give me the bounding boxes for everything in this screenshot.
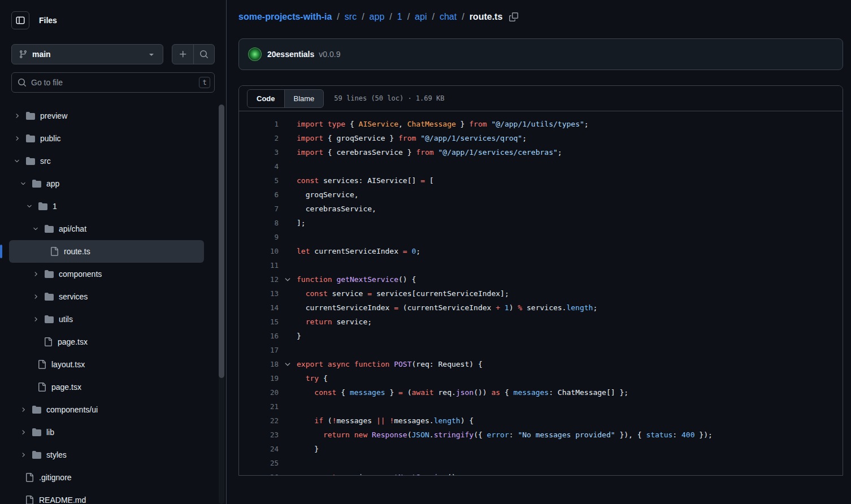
tree-item-label: 1 (53, 202, 57, 211)
line-number[interactable]: 1 (239, 120, 279, 128)
code-line: 23 return new Response(JSON.stringify({ … (239, 428, 843, 442)
chevron-right-icon (32, 271, 39, 277)
line-number[interactable]: 18 (239, 360, 279, 368)
copy-path-button[interactable] (509, 12, 518, 21)
line-number[interactable]: 7 (239, 205, 279, 213)
tree-item-lib[interactable]: lib (9, 421, 204, 444)
line-number[interactable]: 11 (239, 261, 279, 270)
add-file-button[interactable] (172, 45, 193, 64)
line-number[interactable]: 25 (239, 459, 279, 467)
sidebar-header: Files (0, 11, 226, 29)
code-line: 17 (239, 343, 843, 357)
tree-item-preview[interactable]: preview (9, 105, 204, 127)
chevron-down-icon (26, 203, 33, 210)
code-body: 1import type { AIService, ChatMessage } … (239, 111, 843, 476)
tree-item-public[interactable]: public (9, 127, 204, 150)
code-line-text: } (297, 332, 301, 340)
code-line: 16} (239, 329, 843, 343)
fold-toggle[interactable] (279, 276, 297, 284)
commit-author[interactable]: 20essentials (267, 50, 314, 59)
line-number[interactable]: 15 (239, 318, 279, 326)
breadcrumb-segment-app[interactable]: app (370, 12, 385, 22)
code-line-text: try { (297, 374, 328, 383)
line-number[interactable]: 21 (239, 402, 279, 411)
breadcrumb-segment-chat[interactable]: chat (440, 12, 457, 22)
tree-item-route-ts[interactable]: route.ts (9, 240, 204, 263)
line-number[interactable]: 24 (239, 445, 279, 453)
tree-item-page-tsx[interactable]: page.tsx (9, 376, 204, 398)
tree-item-api-chat[interactable]: api/chat (9, 218, 204, 240)
line-number[interactable]: 9 (239, 233, 279, 241)
collapse-file-tree-button[interactable] (11, 11, 29, 29)
code-line: 15 return service; (239, 315, 843, 329)
tree-item-readme-md[interactable]: README.md (9, 489, 204, 504)
line-number[interactable]: 8 (239, 219, 279, 227)
line-number[interactable]: 6 (239, 190, 279, 199)
code-line-text: const services: AIService[] = [ (297, 176, 434, 185)
tree-item-layout-tsx[interactable]: layout.tsx (9, 353, 204, 376)
tree-item-label: lib (46, 428, 54, 437)
sidebar-scrollbar-thumb[interactable] (219, 105, 224, 378)
line-number[interactable]: 19 (239, 374, 279, 383)
line-number[interactable]: 23 (239, 431, 279, 439)
code-line: 4 (239, 159, 843, 173)
code-line-text: let currentServiceIndex = 0; (297, 247, 420, 255)
tree-item-label: styles (46, 450, 67, 459)
tree-item-label: preview (40, 111, 67, 120)
tree-item-utils[interactable]: utils (9, 308, 204, 331)
tree-item-styles[interactable]: styles (9, 444, 204, 466)
line-number[interactable]: 22 (239, 416, 279, 425)
code-line: 10let currentServiceIndex = 0; (239, 244, 843, 258)
line-number[interactable]: 3 (239, 148, 279, 157)
breadcrumb-separator: / (337, 12, 339, 22)
breadcrumb: some-projects-with-ia/src/app/1/api/chat… (238, 10, 843, 24)
code-line: 22 if (!messages || !messages.length) { (239, 414, 843, 428)
breadcrumb-current-file: route.ts (470, 12, 503, 22)
tree-item-components[interactable]: components (9, 263, 204, 285)
branch-selector[interactable]: main (11, 44, 163, 64)
tree-item-components-ui[interactable]: components/ui (9, 398, 204, 421)
breadcrumb-segment-1[interactable]: 1 (397, 12, 402, 22)
breadcrumb-repo-link[interactable]: some-projects-with-ia (238, 12, 332, 22)
sidebar-scrollbar-track[interactable] (219, 105, 224, 504)
tree-item-label: utils (59, 315, 73, 324)
line-number[interactable]: 20 (239, 388, 279, 397)
tree-item-src[interactable]: src (9, 150, 204, 172)
code-line-text: return new Response(JSON.stringify({ err… (297, 431, 713, 439)
tab-blame[interactable]: Blame (285, 90, 324, 107)
breadcrumb-segment-src[interactable]: src (345, 12, 357, 22)
tab-code[interactable]: Code (248, 90, 285, 107)
breadcrumb-separator: / (432, 12, 434, 22)
line-number[interactable]: 17 (239, 346, 279, 354)
line-number[interactable]: 10 (239, 247, 279, 255)
tree-item-label: .gitignore (39, 473, 72, 482)
tree-item-label: page.tsx (51, 383, 81, 392)
line-number[interactable]: 2 (239, 134, 279, 142)
line-number[interactable]: 4 (239, 162, 279, 171)
commit-author-avatar[interactable] (248, 47, 262, 61)
tree-item-1[interactable]: 1 (9, 195, 204, 218)
line-number[interactable]: 16 (239, 332, 279, 340)
line-number[interactable]: 5 (239, 176, 279, 185)
breadcrumb-separator: / (407, 12, 410, 22)
file-icon (25, 496, 34, 504)
breadcrumb-separator: / (462, 12, 464, 22)
line-number[interactable]: 26 (239, 473, 279, 476)
line-number[interactable]: 13 (239, 289, 279, 298)
search-repository-button[interactable] (193, 45, 214, 64)
commit-message[interactable]: v0.0.9 (319, 50, 340, 59)
file-icon (50, 247, 59, 256)
line-number[interactable]: 12 (239, 275, 279, 284)
go-to-file-input[interactable] (11, 72, 215, 93)
code-blame-tab-group: Code Blame (247, 89, 324, 108)
tree-item-app[interactable]: app (9, 172, 204, 195)
code-line: 6 groqService, (239, 188, 843, 202)
tree-item--gitignore[interactable]: .gitignore (9, 466, 204, 489)
fold-toggle[interactable] (279, 360, 297, 368)
tree-item-page-tsx[interactable]: page.tsx (9, 331, 204, 353)
breadcrumb-segment-api[interactable]: api (415, 12, 427, 22)
chevron-down-icon (14, 158, 20, 164)
tree-item-services[interactable]: services (9, 285, 204, 308)
folder-icon (45, 270, 54, 279)
line-number[interactable]: 14 (239, 303, 279, 312)
